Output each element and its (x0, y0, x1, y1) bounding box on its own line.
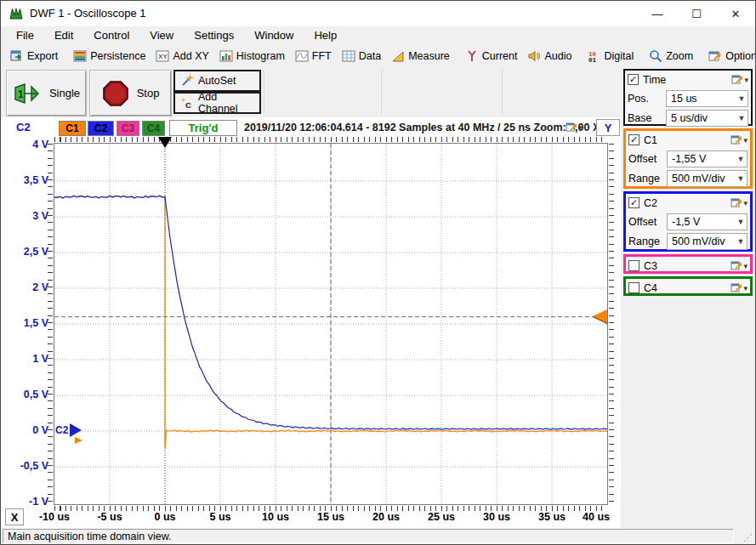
menu-control[interactable]: Control (83, 26, 139, 45)
menu-view[interactable]: View (139, 26, 184, 45)
scope-plot[interactable]: C2 (54, 143, 608, 505)
c4-options-icon[interactable]: ▾ (730, 281, 747, 294)
channel-tab-c3[interactable]: C3 (117, 121, 139, 136)
add-channel-button[interactable]: +C Add Channel (173, 92, 261, 114)
c3-options-icon[interactable]: ▾ (730, 259, 747, 272)
pos-combo[interactable]: 15 us▼ (666, 90, 748, 107)
menu-help[interactable]: Help (304, 26, 347, 45)
menu-settings[interactable]: Settings (184, 26, 244, 45)
histogram-tool-button[interactable]: Histogram (214, 48, 290, 65)
c1-offset-label: Offset (628, 153, 667, 165)
export-icon (10, 49, 24, 63)
autoset-button-label: AutoSet (198, 75, 236, 87)
x-axis-label: -5 us (84, 511, 135, 523)
data-tool-button[interactable]: Data (337, 48, 386, 65)
window-title: DWF 1 - Oscilloscope 1 (30, 1, 146, 26)
resize-grip[interactable]: ⋰ (743, 532, 753, 543)
y-axis-label: -0,5 V (4, 460, 48, 472)
c1-range-combo[interactable]: 500 mV/div▼ (667, 170, 747, 187)
single-button-label: Single (49, 87, 80, 99)
c2-offset-combo[interactable]: -1,5 V▼ (667, 213, 747, 230)
zoom-tool-button[interactable]: Zoom (644, 48, 698, 65)
x-axis-label: 30 us (471, 511, 522, 523)
measure-tool-button[interactable]: Measure (386, 48, 455, 65)
histogram-icon (219, 49, 233, 63)
c1-checkbox[interactable]: ✓ (628, 134, 639, 145)
channel-tab-c2[interactable]: C2 (88, 121, 114, 136)
measure-icon (391, 49, 405, 63)
y-axis-label: 0 V (4, 424, 48, 436)
y-axis-label: 3,5 V (4, 174, 48, 186)
x-axis-label: 40 us (571, 511, 622, 523)
right-ruler-ticks (609, 144, 614, 504)
time-options-icon[interactable]: ▾ (731, 73, 748, 86)
c1-panel-title: C1 (644, 134, 726, 146)
digital-tool-button[interactable]: 1001Digital (582, 48, 639, 65)
export-tool-button[interactable]: Export (5, 48, 63, 65)
channel-2-panel: ✓ C2 ▾ Offset -1,5 V▼ Range 500 mV/div▼ (623, 191, 753, 252)
c2-range-combo[interactable]: 500 mV/div▼ (667, 233, 747, 250)
plot-options-icon[interactable]: ▾ (566, 121, 583, 133)
time-panel: ✓ Time ▾ Pos. 15 us▼ Base 5 us/div▼ (623, 69, 753, 126)
options-icon (708, 49, 722, 63)
c1-zero-marker[interactable] (75, 437, 82, 444)
control-bar: 1 Single Stop AutoSet +C Add Channel Buf… (1, 67, 621, 117)
c2-checkbox[interactable]: ✓ (628, 197, 639, 208)
add-xy-tool-button[interactable]: XYAdd XY (151, 48, 213, 65)
fft-tool-button[interactable]: FFT (290, 48, 337, 65)
close-button[interactable]: ✕ (716, 1, 755, 26)
current-tool-button[interactable]: Current (460, 48, 523, 65)
menu-window[interactable]: Window (244, 26, 304, 45)
y-axis-button[interactable]: Y (596, 119, 620, 136)
y-axis-label: 1,5 V (4, 317, 48, 329)
c3-checkbox[interactable]: ✓ (628, 260, 639, 271)
persistence-tool-button[interactable]: Persistence (68, 48, 151, 65)
status-message: Main acquisition time domain view. (3, 529, 734, 543)
stop-icon (102, 80, 129, 107)
menu-file[interactable]: File (6, 26, 44, 45)
digital-icon: 1001 (587, 49, 600, 63)
channel-4-panel: ✓ C4 ▾ (623, 276, 753, 296)
menu-bar: FileEditControlViewSettingsWindowHelp (1, 26, 755, 45)
base-combo[interactable]: 5 us/div▼ (666, 110, 748, 127)
options-tool-button[interactable]: Options (703, 48, 756, 65)
x-axis-label: 35 us (526, 511, 577, 523)
channel-tab-c4[interactable]: C4 (142, 121, 165, 136)
channel-settings-pane: ✓ Time ▾ Pos. 15 us▼ Base 5 us/div▼ ✓ C1… (621, 67, 756, 528)
y-axis-label: 2,5 V (4, 246, 48, 258)
autoset-button[interactable]: AutoSet (173, 70, 261, 92)
c2-zero-marker[interactable]: C2 (55, 423, 82, 437)
maximize-button[interactable]: ☐ (677, 1, 716, 26)
svg-text:1: 1 (18, 88, 24, 100)
minimize-button[interactable]: — (638, 1, 677, 26)
x-axis-button[interactable]: X (5, 508, 24, 525)
trigger-time-marker[interactable] (158, 137, 172, 148)
acquisition-info: 2019/11/20 12:06:04.614 - 8192 Samples a… (244, 122, 600, 133)
trigger-level-marker[interactable] (593, 309, 607, 323)
y-axis-label: 3 V (4, 210, 48, 222)
c3-panel-title: C3 (644, 260, 726, 272)
svg-text:01: 01 (588, 57, 597, 63)
trigger-status-badge: Trig'd (169, 120, 237, 136)
top-ruler-ticks (54, 137, 607, 142)
active-channel-label: C2 (16, 121, 31, 133)
channel-tab-c1[interactable]: C1 (59, 121, 86, 136)
c1-offset-combo[interactable]: -1,55 V▼ (667, 150, 747, 167)
audio-tool-button[interactable]: Audio (522, 48, 577, 65)
svg-text:C: C (185, 100, 191, 110)
c1-options-icon[interactable]: ▾ (730, 133, 747, 146)
time-checkbox[interactable]: ✓ (628, 74, 639, 85)
zoom-icon (649, 49, 662, 63)
c2-options-icon[interactable]: ▾ (730, 196, 747, 209)
c2-range-label: Range (628, 236, 667, 247)
magic-wand-icon (180, 74, 194, 88)
channel-1-panel: ✓ C1 ▾ Offset -1,55 V▼ Range 500 mV/div▼ (623, 128, 753, 189)
c4-panel-title: C4 (644, 282, 726, 294)
menu-edit[interactable]: Edit (44, 26, 83, 45)
c4-checkbox[interactable]: ✓ (628, 282, 639, 293)
c2-panel-title: C2 (644, 197, 726, 209)
stop-button[interactable]: Stop (89, 70, 172, 116)
toolbar: ExportPersistenceXYAdd XYHistogramFFTDat… (1, 45, 755, 67)
single-button[interactable]: 1 Single (6, 70, 87, 116)
app-icon (9, 7, 23, 20)
